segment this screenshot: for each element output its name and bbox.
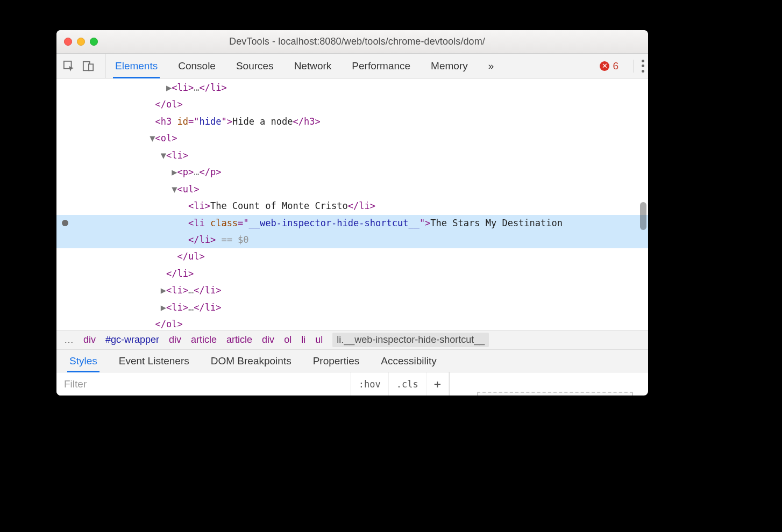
dom-line[interactable]: ▶<li>…</li> <box>56 80 648 96</box>
tab-console[interactable]: Console <box>178 60 216 72</box>
breadcrumb-item[interactable]: div <box>262 334 274 346</box>
dom-line[interactable]: ▼<li> <box>56 147 648 164</box>
tab-accessibility[interactable]: Accessibility <box>381 355 436 367</box>
tab-memory[interactable]: Memory <box>431 60 468 72</box>
window-title: DevTools - localhost:8080/web/tools/chro… <box>74 36 641 47</box>
dom-line[interactable]: ▶<li>…</li> <box>56 282 648 299</box>
hidden-node-marker-icon <box>62 220 68 226</box>
dom-line[interactable]: </ol> <box>56 96 648 113</box>
breadcrumb-item[interactable]: article <box>226 334 252 346</box>
dom-line[interactable]: ▼<ol> <box>56 130 648 147</box>
breadcrumb-item[interactable]: li <box>301 334 305 346</box>
dom-tree: ▶<li>…</li> </ol> <h3 id="hide">Hide a n… <box>56 78 648 330</box>
svg-rect-2 <box>89 64 93 70</box>
main-tabs: Elements Console Sources Network Perform… <box>115 60 600 72</box>
tabs-overflow[interactable]: » <box>488 60 494 72</box>
breadcrumb-ellipsis[interactable]: … <box>64 334 74 346</box>
breadcrumb-item[interactable]: article <box>191 334 217 346</box>
breadcrumb-item[interactable]: #gc-wrapper <box>105 334 159 346</box>
tab-properties[interactable]: Properties <box>313 355 360 367</box>
dom-line[interactable]: <h3 id="hide">Hide a node</h3> <box>56 113 648 130</box>
error-count: 6 <box>613 60 619 72</box>
sidebar-tabs: Styles Event Listeners DOM Breakpoints P… <box>56 349 648 372</box>
dom-line[interactable]: <li>The Count of Monte Cristo</li> <box>56 198 648 214</box>
close-window-button[interactable] <box>64 38 72 46</box>
styles-filter-input[interactable] <box>56 372 351 396</box>
titlebar: DevTools - localhost:8080/web/tools/chro… <box>56 30 648 54</box>
dom-line[interactable]: ▶<li>…</li> <box>56 299 648 316</box>
devtools-window: DevTools - localhost:8080/web/tools/chro… <box>56 30 648 396</box>
inspect-element-icon[interactable] <box>63 60 75 72</box>
box-model-preview <box>449 372 648 396</box>
breadcrumb-item[interactable]: div <box>83 334 96 346</box>
new-style-rule-button[interactable]: + <box>426 372 449 396</box>
tab-event-listeners[interactable]: Event Listeners <box>119 355 189 367</box>
dom-line[interactable]: ▶<p>…</p> <box>56 164 648 181</box>
breadcrumb-item[interactable]: ol <box>284 334 292 346</box>
dom-line[interactable]: </li> <box>56 265 648 282</box>
hov-toggle-button[interactable]: :hov <box>351 372 389 396</box>
dom-breadcrumb: … div #gc-wrapper div article article di… <box>56 330 648 349</box>
error-counter[interactable]: ✕ 6 <box>600 60 626 72</box>
margin-box-icon <box>477 392 633 396</box>
dom-line[interactable]: ▼<ul> <box>56 181 648 198</box>
tab-elements[interactable]: Elements <box>115 60 158 72</box>
dom-line-selected[interactable]: <li class="__web-inspector-hide-shortcut… <box>56 215 648 232</box>
cls-toggle-button[interactable]: .cls <box>389 372 426 396</box>
dom-line-selected[interactable]: </li> == $0 <box>56 232 648 248</box>
dom-line[interactable]: </ol> <box>56 316 648 330</box>
device-toolbar-icon[interactable] <box>82 60 94 72</box>
tab-network[interactable]: Network <box>294 60 332 72</box>
scrollbar-thumb[interactable] <box>640 202 646 230</box>
tab-sources[interactable]: Sources <box>236 60 274 72</box>
breadcrumb-item-selected[interactable]: li.__web-inspector-hide-shortcut__ <box>332 333 489 347</box>
styles-toolbar: :hov .cls + <box>56 372 648 396</box>
dom-line[interactable]: </ul> <box>56 248 648 265</box>
breadcrumb-item[interactable]: ul <box>315 334 323 346</box>
toolbar-icon-group <box>63 54 105 78</box>
settings-menu-icon[interactable] <box>634 60 642 73</box>
styles-button-group: :hov .cls + <box>351 372 449 396</box>
error-badge-icon: ✕ <box>600 61 609 71</box>
main-toolbar: Elements Console Sources Network Perform… <box>56 54 648 78</box>
dom-tree-pane[interactable]: ▶<li>…</li> </ol> <h3 id="hide">Hide a n… <box>56 78 648 330</box>
breadcrumb-item[interactable]: div <box>169 334 181 346</box>
tab-performance[interactable]: Performance <box>352 60 410 72</box>
tab-styles[interactable]: Styles <box>69 355 97 367</box>
tab-dom-breakpoints[interactable]: DOM Breakpoints <box>211 355 292 367</box>
